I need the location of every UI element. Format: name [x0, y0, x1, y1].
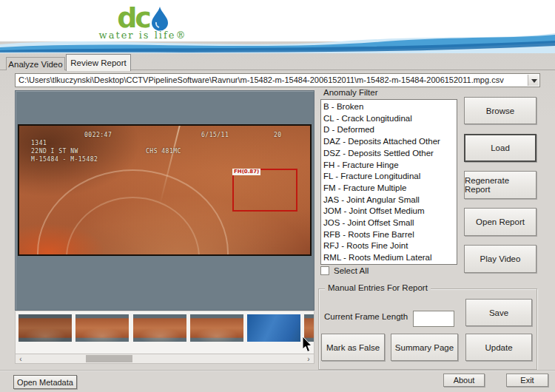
open-metadata-button[interactable]: Open Metadata	[13, 375, 77, 389]
anomaly-filter-listbox[interactable]: B - Broken CL - Crack Longitudinal D - D…	[320, 99, 457, 265]
about-button[interactable]: About	[443, 374, 485, 387]
header-banner: dc water is life®	[0, 0, 555, 41]
list-item[interactable]: JAS - Joint Angular Small	[323, 195, 457, 206]
video-frame[interactable]: 0022:47 6/15/11 20 1341 22ND I ST NW CHS…	[18, 124, 312, 256]
list-item[interactable]: DSZ - Deposits Settled Other	[323, 148, 457, 160]
open-report-button[interactable]: Open Report	[464, 208, 536, 236]
select-all-label: Select All	[334, 266, 369, 275]
list-item[interactable]: FM - Fracture Multiple	[323, 183, 457, 195]
overlay-right-value: 20	[274, 132, 282, 138]
combobox-dropdown-button[interactable]	[528, 75, 539, 86]
mark-as-false-button[interactable]: Mark as False	[321, 334, 385, 361]
list-item[interactable]: CL - Crack Longitudinal	[323, 113, 457, 125]
list-item[interactable]: D - Deformed	[323, 124, 457, 136]
list-item[interactable]: RFB - Roots Fine Barrel	[323, 229, 457, 241]
scroll-left-arrow[interactable]: ‹	[16, 354, 26, 363]
anomaly-annotation-box: FH(0.87)	[232, 169, 297, 212]
overlay-date: 6/15/11	[201, 132, 229, 138]
regenerate-report-button[interactable]: Regenerate Report	[464, 171, 536, 199]
anomaly-filter-label: Anomaly Filter	[323, 88, 378, 97]
chevron-down-icon	[531, 79, 537, 83]
mouse-cursor	[302, 337, 313, 353]
save-button[interactable]: Save	[465, 299, 532, 326]
tab-analyze-video[interactable]: Analyze Video	[6, 57, 65, 70]
list-item[interactable]: FH - Fracture Hinge	[323, 160, 457, 172]
wave-decoration	[0, 31, 555, 53]
tab-analyze-video-label: Analyze Video	[8, 60, 62, 69]
thumbnail-strip	[15, 311, 314, 354]
file-path-combobox[interactable]: C:\Users\tlkuczynski\Desktop\CCTVPipelin…	[15, 73, 540, 87]
list-item[interactable]: RFJ - Roots Fine Joint	[323, 240, 457, 252]
list-item[interactable]: JOS - Joint Offset Small	[323, 217, 457, 229]
list-item[interactable]: JOM - Joint Offset Medium	[323, 206, 457, 217]
overlay-segment: M-15484 - M-15482	[31, 156, 98, 163]
footer-divider	[0, 370, 555, 371]
tab-review-report-label: Review Report	[70, 58, 126, 67]
manual-entries-group: Manual Entries For Report Current Frame …	[318, 288, 537, 370]
logo-text: dc	[117, 4, 149, 31]
video-panel: 0022:47 6/15/11 20 1341 22ND I ST NW CHS…	[15, 90, 314, 311]
list-item[interactable]: DAZ - Deposits Attached Other	[323, 136, 457, 148]
exit-button[interactable]: Exit	[506, 374, 548, 387]
current-frame-length-label: Current Frame Length	[324, 312, 408, 321]
overlay-counter: 0022:47	[84, 132, 112, 138]
select-all-checkbox[interactable]	[320, 266, 329, 275]
update-button[interactable]: Update	[465, 334, 532, 361]
video-thumbnail-selected[interactable]	[247, 314, 300, 342]
water-drop-icon	[151, 6, 169, 31]
play-video-button[interactable]: Play Video	[464, 245, 536, 273]
summary-page-button[interactable]: Summary Page	[391, 334, 458, 361]
tab-review-report[interactable]: Review Report	[66, 54, 131, 71]
video-thumbnail[interactable]	[133, 314, 186, 342]
overlay-street: 22ND I ST NW	[31, 148, 78, 155]
list-item[interactable]: RML - Roots Medium Lateral	[323, 252, 457, 264]
video-thumbnail[interactable]	[190, 314, 243, 342]
video-thumbnail[interactable]	[18, 314, 72, 342]
select-all-row: Select All	[320, 266, 369, 275]
file-path-value: C:\Users\tlkuczynski\Desktop\CCTVPipelin…	[16, 74, 539, 84]
scroll-right-arrow[interactable]: ›	[303, 354, 314, 363]
app-window: dc water is life® Analyze Video Review R…	[0, 0, 555, 392]
manual-entries-title: Manual Entries For Report	[325, 283, 431, 292]
video-thumbnail[interactable]	[75, 314, 129, 342]
list-item[interactable]: B - Broken	[323, 101, 457, 113]
thumbnail-scrollbar[interactable]: ‹ ›	[15, 354, 314, 364]
list-item[interactable]: FL - Fracture Longitudinal	[323, 171, 457, 183]
browse-button[interactable]: Browse	[464, 97, 536, 124]
load-button[interactable]: Load	[464, 134, 536, 162]
scrollbar-thumb[interactable]	[86, 355, 132, 362]
anomaly-annotation-label: FH(0.87)	[232, 169, 260, 175]
overlay-line1: 1341	[31, 140, 47, 146]
current-frame-length-input[interactable]	[413, 311, 454, 327]
overlay-chs: CHS 481MC	[146, 148, 181, 155]
